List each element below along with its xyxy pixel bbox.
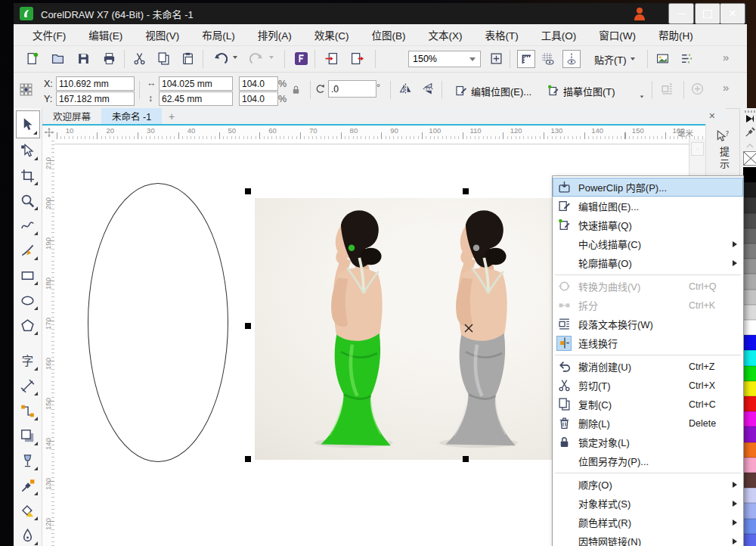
document-tab[interactable]: 未命名 -1: [101, 108, 162, 124]
menu-item-edit-bitmap[interactable]: 编辑位图(E)...: [553, 197, 743, 216]
connector-tool[interactable]: [16, 399, 40, 423]
docker-tab-hints[interactable]: 提示: [717, 147, 731, 171]
selection-handle-bottom-middle[interactable]: [463, 456, 469, 462]
color-swatch[interactable]: [743, 182, 756, 197]
color-swatch[interactable]: [743, 167, 756, 182]
menu-item-quick-trace[interactable]: 快速描摹(Q): [553, 216, 743, 234]
redo-dropdown[interactable]: [269, 56, 274, 59]
selection-handle-bottom-left[interactable]: [245, 456, 251, 462]
copy-button[interactable]: [157, 52, 170, 65]
color-swatch[interactable]: [743, 259, 756, 274]
lock-ratio-button[interactable]: [290, 84, 302, 95]
menu-bar-item[interactable]: 位图(B): [361, 24, 417, 45]
rectangle-tool[interactable]: [16, 263, 40, 288]
maximize-button[interactable]: [695, 3, 720, 24]
open-button[interactable]: [51, 52, 64, 65]
trace-bitmap-button[interactable]: 描摹位图(T): [543, 79, 620, 102]
color-swatch[interactable]: [743, 320, 756, 335]
options-button[interactable]: [656, 52, 669, 65]
menu-bar-item[interactable]: 文件(F): [21, 24, 77, 45]
selection-handle-top-left[interactable]: [245, 188, 251, 194]
color-swatch[interactable]: [743, 442, 756, 458]
menu-item-centerline-trace[interactable]: 中心线描摹(C): [553, 234, 743, 253]
menu-item-object-styles[interactable]: 对象样式(S): [553, 494, 743, 513]
ellipse-object[interactable]: [88, 183, 228, 462]
snap-to-button[interactable]: 贴齐(T): [590, 48, 640, 70]
object-width-field[interactable]: [159, 76, 233, 91]
pick-tool[interactable]: [16, 110, 40, 138]
new-document-tab-button[interactable]: +: [162, 108, 181, 124]
menu-item-save-bitmap-as[interactable]: 位图另存为(P)...: [553, 451, 743, 470]
text-tool[interactable]: [16, 349, 40, 374]
close-document-icon[interactable]: ×: [705, 109, 720, 123]
color-swatch[interactable]: [743, 534, 756, 546]
color-swatch[interactable]: [743, 228, 756, 244]
propbar-overflow-button[interactable]: »: [723, 81, 729, 94]
color-eyedropper-tool[interactable]: [16, 473, 40, 498]
menu-bar-item[interactable]: 编辑(E): [77, 24, 134, 45]
color-swatch[interactable]: [743, 290, 756, 305]
color-swatch[interactable]: [743, 427, 756, 442]
edit-bitmap-button[interactable]: 编辑位图(E)...: [451, 79, 536, 102]
shape-tool[interactable]: [16, 138, 40, 163]
new-document-button[interactable]: [26, 52, 39, 65]
account-icon[interactable]: [634, 7, 646, 20]
menu-item-internet-links[interactable]: 因特网链接(N): [553, 532, 743, 546]
save-button[interactable]: [77, 52, 90, 65]
menu-bar-item[interactable]: 排列(A): [246, 24, 303, 45]
launch-button[interactable]: [295, 52, 308, 65]
menu-item-outline-trace[interactable]: 轮廓描摹(O): [553, 253, 743, 272]
vertical-ruler[interactable]: 210200190180170160150140130120: [42, 139, 54, 546]
menu-item-order[interactable]: 顺序(O): [553, 475, 743, 494]
menu-bar-item[interactable]: 窗口(W): [587, 24, 647, 45]
selection-handle-middle-left[interactable]: [245, 323, 251, 329]
color-swatch[interactable]: [743, 305, 756, 320]
color-swatch[interactable]: [743, 458, 756, 473]
menu-item-break-apart[interactable]: 拆分 Ctrl+K: [553, 296, 743, 315]
color-swatch[interactable]: [743, 381, 756, 396]
object-height-field[interactable]: [159, 92, 233, 106]
menu-item-delete[interactable]: 删除(L) Delete: [553, 414, 743, 433]
selection-handle-top-middle[interactable]: [463, 188, 469, 194]
menu-bar-item[interactable]: 效果(C): [303, 24, 361, 45]
minimize-button[interactable]: [668, 3, 694, 24]
paste-button[interactable]: [181, 52, 194, 65]
menu-bar-item[interactable]: 视图(V): [134, 24, 191, 45]
show-guidelines-toggle[interactable]: [562, 50, 581, 68]
scale-x-field[interactable]: [239, 76, 278, 91]
menu-bar-item[interactable]: 工具(O): [530, 24, 588, 45]
crop-tool[interactable]: [16, 163, 40, 188]
show-rulers-toggle[interactable]: [517, 50, 535, 68]
menu-bar-item[interactable]: 表格(T): [474, 24, 530, 45]
menu-item-color-styles[interactable]: 颜色样式(R): [553, 513, 743, 532]
menu-item-connector-wrap[interactable]: 连线换行: [553, 333, 743, 352]
trace-dropdown-icon[interactable]: [640, 95, 644, 98]
mirror-vertical-button[interactable]: [422, 82, 435, 95]
zoom-tool[interactable]: [16, 188, 40, 213]
scroll-up-button[interactable]: [691, 142, 704, 156]
document-tab[interactable]: 欢迎屏幕: [42, 108, 101, 124]
horizontal-ruler[interactable]: 102030405060708090100110120130140150160 …: [54, 126, 705, 139]
menu-bar-item[interactable]: 布局(L): [191, 24, 246, 45]
color-swatch[interactable]: [743, 335, 756, 350]
color-swatch[interactable]: [743, 519, 756, 534]
color-swatch[interactable]: [743, 366, 756, 381]
rotation-angle-field[interactable]: [328, 80, 376, 98]
menu-item-undo-create[interactable]: 撤消创建(U) Ctrl+Z: [553, 357, 743, 376]
print-button[interactable]: [103, 52, 116, 65]
smart-fill-tool[interactable]: [16, 498, 40, 523]
scale-y-field[interactable]: [239, 92, 278, 106]
color-swatch[interactable]: [743, 213, 756, 228]
y-position-field[interactable]: [56, 92, 135, 106]
color-swatch[interactable]: [743, 503, 756, 518]
undo-button[interactable]: [213, 51, 228, 66]
color-swatch[interactable]: [743, 274, 756, 289]
toolbar-overflow-button[interactable]: »: [723, 51, 729, 64]
zoom-level-input[interactable]: [409, 54, 469, 64]
x-position-field[interactable]: [56, 76, 135, 91]
menu-item-copy[interactable]: 复制(C) Ctrl+C: [553, 395, 743, 414]
drop-shadow-tool[interactable]: [16, 423, 40, 448]
toolbox-spacer[interactable]: [16, 338, 40, 349]
menu-item-powerclip-inside[interactable]: PowerClip 内部(P)...: [553, 178, 743, 197]
color-swatch[interactable]: [743, 350, 756, 365]
